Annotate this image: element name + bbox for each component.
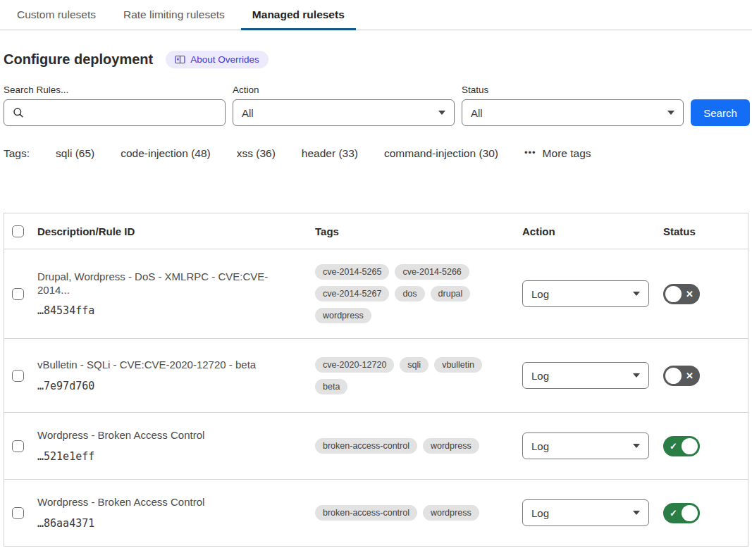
search-icon <box>13 107 24 118</box>
search-input[interactable] <box>4 99 226 126</box>
tag-pill: dos <box>395 286 424 301</box>
select-all-checkbox[interactable] <box>12 225 24 237</box>
status-toggle[interactable]: ✕ <box>663 284 700 304</box>
row-checkbox-cell <box>4 370 37 382</box>
row-action-value: Log <box>531 288 549 300</box>
header-checkbox-cell <box>4 225 37 237</box>
tag-pill: cve-2014-5266 <box>395 264 469 280</box>
about-overrides-label: About Overrides <box>190 54 259 65</box>
chevron-down-icon <box>633 444 640 448</box>
tags-bar: Tags: sqli (65) code-injection (48) xss … <box>4 147 752 160</box>
status-select[interactable]: All <box>462 99 684 126</box>
status-cell: ✓ <box>663 436 748 456</box>
tag-link-header[interactable]: header (33) <box>302 147 358 160</box>
tag-link-command-injection[interactable]: command-injection (30) <box>384 147 498 160</box>
chevron-down-icon <box>633 511 640 515</box>
status-toggle[interactable]: ✕ <box>663 366 700 386</box>
row-checkbox[interactable] <box>12 507 24 519</box>
row-checkbox[interactable] <box>12 440 24 452</box>
rule-id: …84534ffa <box>37 304 287 317</box>
action-cell: Log <box>522 433 663 459</box>
row-checkbox[interactable] <box>12 288 24 300</box>
tag-pill: wordpress <box>423 505 479 521</box>
search-label: Search Rules... <box>4 85 226 95</box>
tag-pill: cve-2020-12720 <box>315 357 394 373</box>
column-header-description: Description/Rule ID <box>37 225 315 237</box>
toggle-knob <box>682 438 698 454</box>
tag-pill: sqli <box>400 357 429 373</box>
description-cell: vBulletin - SQLi - CVE:CVE-2020-12720 - … <box>37 359 315 392</box>
row-checkbox[interactable] <box>12 370 24 382</box>
row-action-select[interactable]: Log <box>522 280 649 307</box>
table-row: Wordpress - Broken Access Control …86aa4… <box>4 480 748 547</box>
table-row: Drupal, Wordpress - DoS - XMLRPC - CVE:C… <box>4 249 748 339</box>
status-field: Status All <box>462 85 684 126</box>
tab-managed-rulesets[interactable]: Managed rulesets <box>252 0 345 30</box>
description-cell: Wordpress - Broken Access Control …86aa4… <box>37 496 315 530</box>
status-cell: ✕ <box>663 284 748 304</box>
action-field: Action All <box>233 85 455 126</box>
status-select-value: All <box>471 107 483 119</box>
row-action-value: Log <box>531 440 549 452</box>
filter-bar: Search Rules... Action All Status All Se… <box>4 85 752 126</box>
tab-rate-limiting-rulesets[interactable]: Rate limiting rulesets <box>123 0 225 30</box>
rule-description: vBulletin - SQLi - CVE:CVE-2020-12720 - … <box>37 359 287 372</box>
chevron-down-icon <box>667 111 674 115</box>
rule-tags: cve-2014-5265cve-2014-5266cve-2014-5267d… <box>315 264 522 323</box>
tag-pill: wordpress <box>423 438 479 454</box>
status-cell: ✕ <box>663 366 748 386</box>
action-label: Action <box>233 85 455 95</box>
row-checkbox-cell <box>4 507 37 519</box>
more-tags-label: More tags <box>543 147 591 160</box>
table-row: vBulletin - SQLi - CVE:CVE-2020-12720 - … <box>4 339 748 413</box>
toggle-knob <box>682 505 698 521</box>
row-action-select[interactable]: Log <box>522 433 649 459</box>
status-cell: ✓ <box>663 503 748 523</box>
toggle-knob <box>665 286 682 302</box>
heading-row: Configure deployment About Overrides <box>4 51 752 68</box>
toggle-state-icon: ✕ <box>686 371 694 380</box>
search-button[interactable]: Search <box>691 99 750 126</box>
status-toggle[interactable]: ✓ <box>663 503 700 523</box>
status-toggle[interactable]: ✓ <box>663 436 700 456</box>
chevron-down-icon <box>438 111 445 115</box>
ruleset-tabs: Custom rulesets Rate limiting rulesets M… <box>0 0 752 30</box>
tag-pill: drupal <box>431 286 471 301</box>
book-icon <box>175 55 185 64</box>
status-label: Status <box>462 85 684 95</box>
rule-id: …521e1eff <box>37 450 287 463</box>
column-header-status: Status <box>663 225 748 237</box>
toggle-state-icon: ✓ <box>670 442 677 451</box>
row-action-select[interactable]: Log <box>522 362 649 389</box>
tab-custom-rulesets[interactable]: Custom rulesets <box>17 0 96 30</box>
tag-pill: broken-access-control <box>315 438 417 454</box>
tag-pill: wordpress <box>315 308 371 323</box>
tag-pill: cve-2014-5265 <box>315 264 389 280</box>
tag-pill: cve-2014-5267 <box>315 286 389 301</box>
column-header-tags: Tags <box>315 225 522 237</box>
action-select[interactable]: All <box>233 99 455 126</box>
rule-tags: cve-2020-12720sqlivbulletinbeta <box>315 357 522 394</box>
chevron-down-icon <box>633 292 640 296</box>
row-action-value: Log <box>531 507 549 519</box>
tag-pill: vbulletin <box>434 357 482 373</box>
tag-link-code-injection[interactable]: code-injection (48) <box>121 147 211 160</box>
ellipsis-icon: ••• <box>524 147 536 158</box>
rule-tags: broken-access-controlwordpress <box>315 505 522 521</box>
more-tags-button[interactable]: ••• More tags <box>524 147 591 160</box>
chevron-down-icon <box>633 373 640 378</box>
tag-link-sqli[interactable]: sqli (65) <box>56 147 94 160</box>
rule-tags: broken-access-controlwordpress <box>315 438 522 454</box>
row-checkbox-cell <box>4 288 37 300</box>
tag-link-xss[interactable]: xss (36) <box>237 147 276 160</box>
tag-pill: broken-access-control <box>315 505 417 521</box>
action-select-value: All <box>242 107 254 119</box>
about-overrides-badge[interactable]: About Overrides <box>166 51 269 68</box>
search-field: Search Rules... <box>4 85 226 126</box>
row-action-select[interactable]: Log <box>522 499 649 526</box>
rule-id: …86aa4371 <box>37 517 287 530</box>
rule-description: Wordpress - Broken Access Control <box>37 496 287 509</box>
toggle-knob <box>665 368 682 384</box>
description-cell: Wordpress - Broken Access Control …521e1… <box>37 429 315 463</box>
rule-id: …7e97d760 <box>37 380 287 392</box>
